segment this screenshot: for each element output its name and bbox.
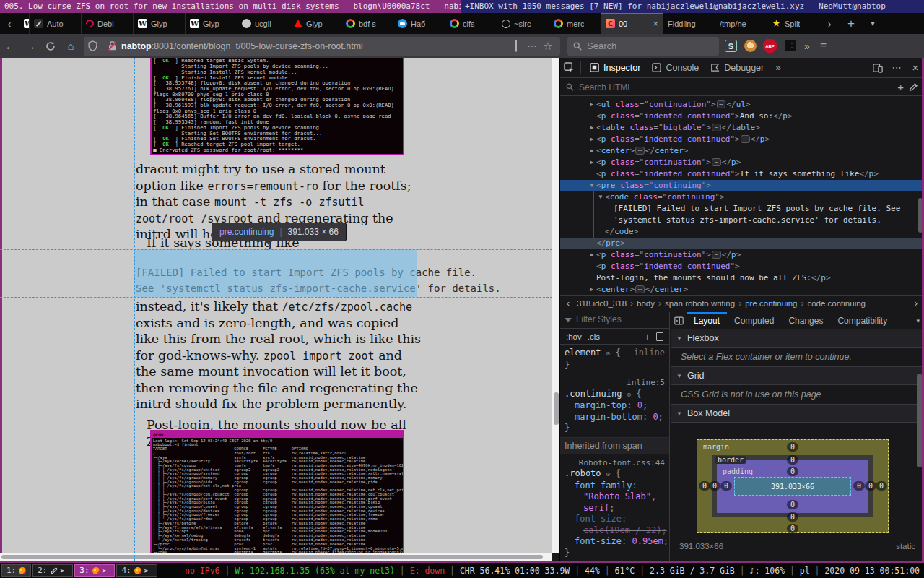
page-vertical-scrollbar[interactable]: [552, 58, 559, 553]
back-icon[interactable]: ←: [0, 37, 20, 56]
sidebar-tab-compatibility[interactable]: Compatibility: [830, 312, 894, 329]
expander-icon[interactable]: ▶: [588, 99, 596, 111]
close-tab-icon[interactable]: ×: [653, 18, 658, 29]
css-declaration[interactable]: font-size: calc(19em / 22);: [565, 514, 670, 536]
grid-section-header[interactable]: ▼Grid: [671, 367, 924, 385]
margin-top-value[interactable]: 0: [787, 442, 798, 452]
border-right-value[interactable]: 0: [865, 481, 876, 491]
new-tab-button[interactable]: +: [840, 17, 862, 31]
filter-styles-bar[interactable]: Filter Styles: [560, 312, 669, 329]
rule-selector[interactable]: .roboto ⚙ {: [565, 468, 665, 480]
hamburger-menu-icon[interactable]: ≡: [820, 40, 827, 53]
border-left-value[interactable]: 0: [709, 481, 720, 491]
box-model-content[interactable]: 391.033×66: [734, 477, 851, 496]
stylus-extension-icon[interactable]: S: [725, 40, 737, 52]
breadcrumb-left-icon[interactable]: ‹: [563, 298, 573, 309]
bookmark-star-icon[interactable]: ☆: [540, 40, 556, 53]
markup-node[interactable]: <p class="indented continued">If it says…: [560, 168, 924, 180]
page-vscroll-thumb[interactable]: [554, 392, 559, 425]
markup-node[interactable]: ▶<table class="bigtable">⋯</table>: [560, 122, 924, 134]
workspace-button[interactable]: 4:>_: [116, 564, 157, 577]
page-hscroll-thumb[interactable]: [1, 555, 543, 559]
markup-node[interactable]: Post-login, the mounts should now be all…: [560, 272, 924, 284]
extensions-grid-icon[interactable]: [783, 39, 797, 53]
overflow-menu-icon[interactable]: »: [804, 40, 810, 52]
browser-tab[interactable]: Auto: [29, 13, 81, 34]
sidebar-toggle-icon[interactable]: [671, 312, 687, 329]
browser-tab[interactable]: Gbdf s: [341, 13, 393, 34]
url-bar[interactable]: nabtop:8001/content/blogn_t/005-low-curs…: [84, 37, 560, 56]
browser-tab[interactable]: /tmp/ne: [715, 13, 767, 34]
page-horizontal-scrollbar[interactable]: [0, 553, 552, 561]
markup-node[interactable]: [FAILED] Failed to start Import ZFS pool…: [560, 203, 924, 215]
css-rule[interactable]: element ⚙ {inline}: [560, 345, 669, 374]
responsive-design-icon[interactable]: [869, 59, 886, 77]
padding-bottom-value[interactable]: 0: [787, 500, 798, 509]
adblock-plus-extension-icon[interactable]: ABP: [763, 39, 777, 53]
tab-debugger[interactable]: Debugger: [705, 58, 770, 78]
expander-icon[interactable]: ▶: [588, 249, 596, 261]
border-top-value[interactable]: 0: [787, 455, 798, 465]
css-declaration[interactable]: font-family: "Roboto Slab", serif;: [565, 480, 670, 514]
tab-scroll-right-icon[interactable]: ›: [819, 18, 840, 30]
markup-node[interactable]: </pre>: [560, 238, 924, 249]
box-model-section-header[interactable]: ▼Box Model: [671, 405, 924, 423]
search-bar[interactable]: Search: [567, 37, 719, 56]
browser-tab[interactable]: Gcifs: [445, 13, 497, 34]
expander-icon[interactable]: ▶: [588, 157, 596, 168]
css-declaration[interactable]: font-size: 0.95em;: [565, 536, 670, 548]
markup-node[interactable]: ▶<p class="indented continued">⋯</p>: [560, 134, 924, 145]
forward-icon[interactable]: →: [20, 37, 40, 56]
css-rule[interactable]: inline:5.continuing ⚙ {margin-top: 0;mar…: [560, 374, 669, 438]
tracking-protection-shield-icon[interactable]: [88, 40, 97, 51]
workspace-button[interactable]: 2:>_: [32, 564, 73, 577]
breadcrumb-item[interactable]: 318.idc0_318: [573, 299, 630, 308]
eyedropper-icon[interactable]: [909, 82, 918, 92]
browser-tab[interactable]: WGlyp: [133, 13, 185, 34]
sidebar-tab-computed[interactable]: Computed: [727, 312, 781, 329]
markup-node[interactable]: 'systemctl status zfs-import-cache.servi…: [560, 215, 924, 226]
tab-scroll-left-icon[interactable]: ‹: [0, 13, 19, 34]
markup-node[interactable]: ▶<p class="continuation">⋯</p>: [560, 157, 924, 168]
layout-scrollbar-thumb[interactable]: [917, 374, 922, 467]
node-picker-icon[interactable]: [560, 59, 578, 77]
margin-bottom-value[interactable]: 0: [787, 524, 798, 533]
expander-icon[interactable]: ▼: [588, 180, 596, 191]
url-text[interactable]: nabtop:8001/content/blogn_t/005-low-curs…: [121, 41, 508, 51]
home-icon[interactable]: ⌂: [61, 37, 81, 56]
workspace-button[interactable]: 3:>_: [74, 564, 115, 577]
markup-node[interactable]: ▼<pre class="continuing">: [560, 180, 924, 191]
add-rule-icon[interactable]: +: [645, 331, 650, 342]
markup-search-bar[interactable]: Search HTML +: [560, 79, 924, 96]
greasemonkey-extension-icon[interactable]: [743, 39, 757, 53]
browser-tab[interactable]: W: [19, 13, 29, 34]
browser-tab[interactable]: ~sirc: [497, 13, 549, 34]
browser-tab[interactable]: ucgli: [237, 13, 289, 34]
workspace-button[interactable]: 1:: [1, 564, 31, 577]
browser-tab[interactable]: Glyp: [289, 13, 341, 34]
devtools-menu-icon[interactable]: ⋯: [888, 59, 905, 77]
breadcrumb-item[interactable]: code.continuing: [803, 299, 869, 308]
browser-tab[interactable]: Gmerc: [549, 13, 601, 34]
reader-view-icon[interactable]: [508, 40, 524, 51]
flexbox-section-header[interactable]: ▼Flexbox: [671, 329, 924, 348]
breadcrumb-right-icon[interactable]: ›: [911, 298, 921, 309]
insecure-lock-icon[interactable]: [108, 40, 117, 51]
browser-tab[interactable]: Debi: [81, 13, 133, 34]
rule-selector[interactable]: element ⚙ {inline: [565, 348, 665, 360]
tab-console[interactable]: Console: [646, 58, 705, 78]
markup-node[interactable]: </code>: [560, 226, 924, 238]
border-bottom-value[interactable]: 0: [787, 512, 798, 522]
markup-node[interactable]: ▼<code class="continuing">: [560, 191, 924, 203]
rule-source-link[interactable]: Roboto-font.css:44: [565, 457, 665, 469]
css-declaration[interactable]: margin-bottom: 0;: [565, 412, 670, 423]
padding-right-value[interactable]: 0: [853, 481, 865, 491]
padding-left-value[interactable]: 0: [720, 481, 732, 491]
css-rule[interactable]: Roboto-font.css:44.roboto ⚙ {font-family…: [560, 454, 669, 561]
breadcrumb-item[interactable]: pre.continuing: [741, 299, 801, 308]
hover-pseudo-toggle[interactable]: :hov: [566, 332, 582, 341]
page-actions-icon[interactable]: ⋯: [524, 40, 540, 51]
sidebar-tab-changes[interactable]: Changes: [781, 312, 830, 329]
tab-inspector[interactable]: Inspector: [584, 58, 646, 78]
css-declaration[interactable]: margin-top: 0;: [565, 400, 670, 412]
